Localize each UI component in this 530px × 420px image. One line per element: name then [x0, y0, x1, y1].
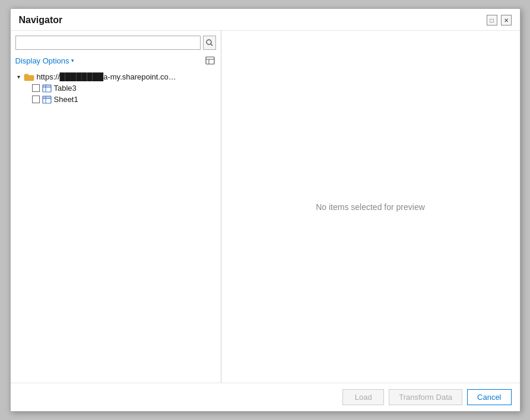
search-row	[11, 36, 221, 53]
search-icon	[206, 39, 213, 46]
tree-item-table3[interactable]: Table3	[11, 82, 221, 94]
svg-rect-2	[206, 57, 214, 64]
tree-root-label: https://████████a-my.sharepoint.com/pers…	[37, 72, 179, 81]
svg-rect-8	[43, 85, 51, 87]
svg-rect-12	[43, 96, 51, 98]
collapse-icon: ▾	[15, 74, 23, 81]
right-panel: No items selected for preview	[221, 31, 520, 383]
tree-item-sheet1[interactable]: Sheet1	[11, 94, 221, 105]
title-bar: Navigator □ ✕	[11, 9, 520, 31]
options-row: Display Options ▾	[11, 53, 221, 70]
restore-button[interactable]: □	[487, 15, 497, 26]
folder-icon	[24, 73, 34, 81]
empty-preview-message: No items selected for preview	[316, 202, 425, 212]
tree-root-item[interactable]: ▾ https://████████a-my.sharepoint.com/pe…	[11, 71, 221, 82]
preview-toggle-button[interactable]	[204, 55, 216, 66]
search-input[interactable]	[15, 36, 201, 50]
window-controls: □ ✕	[487, 15, 512, 26]
search-button[interactable]	[203, 36, 216, 50]
svg-line-1	[211, 44, 212, 46]
tree-area[interactable]: ▾ https://████████a-my.sharepoint.com/pe…	[11, 70, 221, 383]
sheet1-checkbox[interactable]	[32, 96, 40, 103]
cancel-button[interactable]: Cancel	[467, 389, 511, 405]
dialog-title: Navigator	[19, 15, 63, 26]
footer: Load Transform Data Cancel	[11, 383, 520, 411]
chevron-down-icon: ▾	[71, 58, 74, 63]
table-icon-2	[42, 96, 52, 104]
tree-item-sheet1-label: Sheet1	[54, 95, 78, 104]
load-button[interactable]: Load	[342, 389, 384, 405]
tree-item-table3-label: Table3	[54, 84, 77, 93]
svg-point-0	[207, 40, 211, 44]
close-button[interactable]: ✕	[501, 15, 512, 26]
dialog-body: Display Options ▾ ▾	[11, 31, 520, 383]
left-panel: Display Options ▾ ▾	[11, 31, 221, 383]
display-options-label: Display Options	[15, 56, 69, 65]
table3-checkbox[interactable]	[32, 84, 40, 92]
transform-data-button[interactable]: Transform Data	[389, 389, 462, 405]
navigator-dialog: Navigator □ ✕ Display Opti	[10, 8, 521, 412]
display-options-button[interactable]: Display Options ▾	[15, 56, 74, 65]
table-icon-1	[42, 84, 52, 93]
preview-icon	[205, 56, 215, 65]
